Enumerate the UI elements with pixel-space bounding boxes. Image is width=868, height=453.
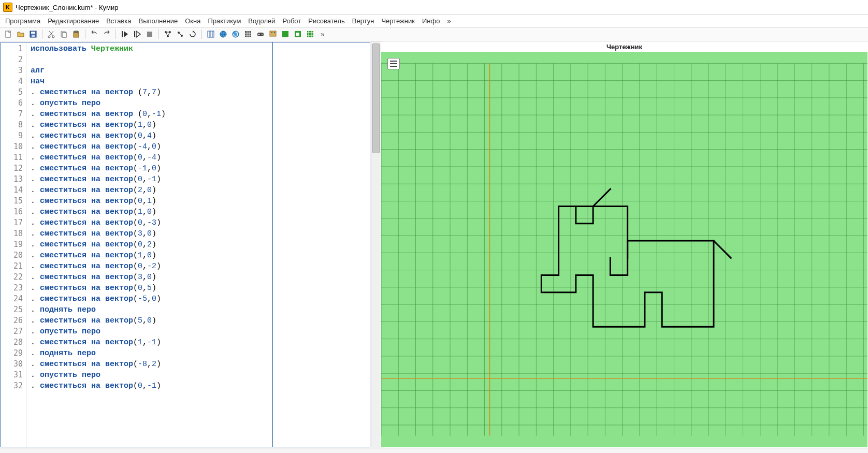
scroll-thumb[interactable]: [372, 43, 380, 153]
globe-icon[interactable]: [218, 29, 228, 39]
app-logo-icon: K: [3, 3, 12, 12]
svg-rect-2: [31, 32, 35, 34]
svg-rect-21: [245, 31, 251, 37]
code-line[interactable]: . сместиться на вектор(3,0): [31, 228, 370, 239]
code-line[interactable]: . сместиться на вектор(-5,0): [31, 294, 370, 304]
stop-icon[interactable]: [144, 29, 155, 39]
toolbar: »: [0, 27, 868, 41]
code-line[interactable]: . сместиться на вектор(0,-1): [31, 174, 370, 185]
menu-item-6[interactable]: Водолей: [248, 17, 275, 25]
copy-icon[interactable]: [59, 29, 69, 39]
window-title: Чертежник_Слоник.kum* - Кумир: [16, 4, 118, 11]
more-icon[interactable]: »: [317, 29, 328, 39]
green2-icon[interactable]: [293, 29, 303, 39]
code-line[interactable]: . поднять перо: [31, 304, 370, 315]
step-icon[interactable]: [132, 29, 142, 39]
code-line[interactable]: . сместиться на вектор(3,0): [31, 272, 370, 283]
svg-rect-28: [282, 31, 288, 37]
code-line[interactable]: . сместиться на вектор (7,7): [31, 87, 370, 98]
grid-icon[interactable]: [243, 29, 253, 39]
menu-item-12[interactable]: »: [447, 17, 451, 25]
loop-icon[interactable]: [187, 29, 198, 39]
code-line[interactable]: . сместиться на вектор(5,0): [31, 315, 370, 326]
open-file-icon[interactable]: [16, 29, 26, 39]
statusbar: [0, 448, 868, 453]
graph-icon[interactable]: [163, 29, 173, 39]
redo-icon[interactable]: [102, 29, 112, 39]
node-icon[interactable]: [175, 29, 185, 39]
canvas-menu-icon[interactable]: [387, 58, 400, 69]
reload-icon[interactable]: [230, 29, 241, 39]
new-file-icon[interactable]: [3, 29, 13, 39]
code-line[interactable]: . сместиться на вектор(0,-2): [31, 261, 370, 272]
menu-item-2[interactable]: Вставка: [106, 17, 131, 25]
paint-icon[interactable]: [268, 29, 278, 39]
code-line[interactable]: . сместиться на вектор(0,4): [31, 130, 370, 141]
run-icon[interactable]: [120, 29, 130, 39]
drawing-canvas[interactable]: [381, 52, 867, 447]
code-line[interactable]: . сместиться на вектор(1,0): [31, 207, 370, 217]
cut-icon[interactable]: [46, 29, 56, 39]
canvas-panel-title: Чертежник: [381, 42, 867, 52]
save-file-icon[interactable]: [28, 29, 38, 39]
code-line[interactable]: . опустить перо: [31, 326, 370, 337]
undo-icon[interactable]: [89, 29, 99, 39]
menu-item-3[interactable]: Выполнение: [138, 17, 178, 25]
svg-rect-31: [307, 31, 313, 37]
green1-icon[interactable]: [280, 29, 291, 39]
svg-rect-7: [62, 33, 66, 37]
svg-rect-11: [134, 31, 135, 37]
svg-rect-9: [75, 31, 78, 33]
code-line[interactable]: . поднять перо: [31, 348, 370, 359]
svg-rect-10: [122, 31, 123, 37]
code-line[interactable]: [31, 54, 370, 65]
code-line[interactable]: . сместиться на вектор(-4,0): [31, 141, 370, 152]
code-line[interactable]: . опустить перо: [31, 98, 370, 109]
svg-point-25: [271, 32, 272, 33]
code-area[interactable]: использовать Чертежник алгнач. сместитьс…: [26, 42, 370, 447]
menu-item-9[interactable]: Вертун: [352, 17, 374, 25]
code-line[interactable]: . сместиться на вектор(0,5): [31, 283, 370, 294]
code-line[interactable]: . сместиться на вектор(-1,0): [31, 163, 370, 174]
code-line[interactable]: . сместиться на вектор (0,-1): [31, 109, 370, 120]
menu-item-10[interactable]: Чертежник: [381, 17, 415, 25]
svg-rect-24: [270, 31, 276, 36]
paste-icon[interactable]: [71, 29, 81, 39]
code-line[interactable]: . сместиться на вектор(0,-3): [31, 217, 370, 228]
line-gutter: 1234567891011121314151617181920212223242…: [1, 42, 26, 447]
menu-item-7[interactable]: Робот: [283, 17, 301, 25]
code-line[interactable]: алг: [31, 65, 370, 76]
gamepad-icon[interactable]: [255, 29, 266, 39]
menu-item-4[interactable]: Окна: [185, 17, 200, 25]
svg-rect-3: [32, 35, 35, 37]
code-line[interactable]: . сместиться на вектор(1,0): [31, 120, 370, 130]
code-line[interactable]: . сместиться на вектор(-8,2): [31, 359, 370, 370]
menu-item-8[interactable]: Рисователь: [308, 17, 344, 25]
code-line[interactable]: . сместиться на вектор(0,-4): [31, 152, 370, 163]
svg-point-27: [274, 32, 275, 33]
code-line[interactable]: . сместиться на вектор(0,-1): [31, 381, 370, 391]
code-editor[interactable]: 1234567891011121314151617181920212223242…: [1, 42, 370, 447]
code-line[interactable]: . сместиться на вектор(1,-1): [31, 337, 370, 348]
code-line[interactable]: . сместиться на вектор(1,0): [31, 250, 370, 261]
ruler-icon[interactable]: [206, 29, 216, 39]
code-line[interactable]: . опустить перо: [31, 370, 370, 381]
svg-rect-0: [6, 31, 10, 37]
svg-point-26: [272, 32, 273, 33]
code-line[interactable]: . сместиться на вектор(0,2): [31, 239, 370, 250]
code-line[interactable]: . сместиться на вектор(2,0): [31, 185, 370, 196]
svg-rect-30: [296, 33, 299, 36]
menu-item-0[interactable]: Программа: [5, 17, 40, 25]
editor-scrollbar[interactable]: [371, 41, 381, 448]
code-line[interactable]: . сместиться на вектор(0,1): [31, 196, 370, 207]
menu-item-11[interactable]: Инфо: [422, 17, 440, 25]
code-line[interactable]: нач: [31, 76, 370, 87]
menubar: ПрограммаРедактированиеВставкаВыполнение…: [0, 15, 868, 27]
menu-item-5[interactable]: Практикум: [208, 17, 241, 25]
editor-split-line: [272, 42, 273, 447]
menu-item-1[interactable]: Редактирование: [48, 17, 99, 25]
green3-icon[interactable]: [305, 29, 315, 39]
svg-rect-12: [147, 32, 152, 37]
titlebar: K Чертежник_Слоник.kum* - Кумир: [0, 0, 868, 15]
code-line[interactable]: использовать Чертежник: [31, 43, 370, 54]
